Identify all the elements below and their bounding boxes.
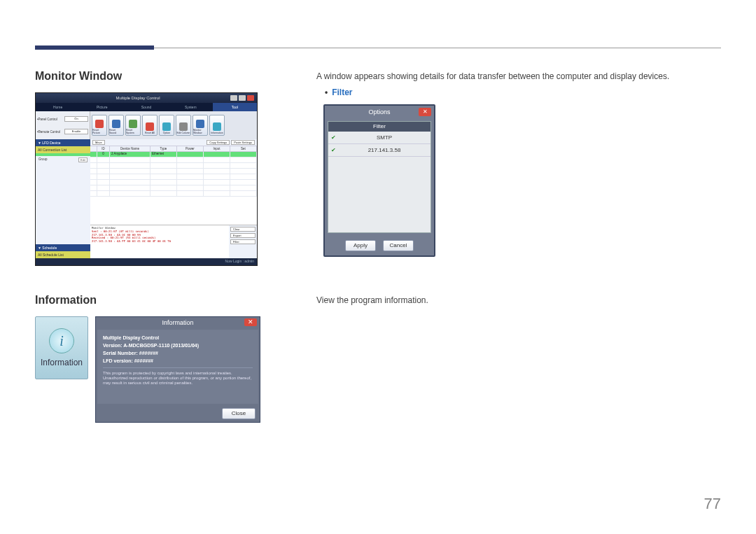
monitor-window-icon <box>196 120 204 128</box>
remote-control-combo[interactable]: Enable <box>64 129 88 134</box>
app-titlebar: Multiple Display Control <box>36 93 257 103</box>
sidebar-group-label: Group <box>38 157 48 162</box>
grid-row-empty <box>90 163 257 169</box>
move-button[interactable]: Move <box>92 140 105 145</box>
check-icon[interactable]: ✔ <box>328 134 338 141</box>
options-dialog: Options ✕ Filter ✔ SMTP ✔ 217.141.3.58 A… <box>323 104 435 257</box>
grid-row-empty <box>90 174 257 180</box>
options-subheader: Filter <box>328 122 430 132</box>
col-input: Input <box>204 146 230 151</box>
minimize-button[interactable] <box>230 95 237 101</box>
app-title: Multiple Display Control <box>46 96 230 100</box>
remote-control-label: •Remote Control <box>37 130 60 134</box>
information-heading: Information <box>35 294 273 307</box>
info-tile-label: Information <box>41 358 83 367</box>
col-type: Type <box>150 146 177 151</box>
information-dialog: Information ✕ Multiple Display Control V… <box>95 316 260 423</box>
toolbar-reset-picture-button[interactable]: Reset Picture <box>92 115 107 136</box>
check-icon[interactable]: ✔ <box>328 147 338 153</box>
information-icon <box>213 122 221 131</box>
app-screenshot: Multiple Display Control Home Picture So… <box>35 92 258 266</box>
grid-row-empty <box>90 191 257 197</box>
info-version: Version: A-MDCBGDSP-1110 (2013/01/04) <box>103 343 253 348</box>
information-tile[interactable]: i Information <box>35 316 88 379</box>
option-icon <box>162 122 171 131</box>
app-tabs: Home Picture Sound System Tool <box>36 103 257 111</box>
filter-bullet: •Filter <box>316 87 721 97</box>
toolbar-reset-system-button[interactable]: Reset System <box>125 115 141 136</box>
reset-picture-icon <box>95 120 104 128</box>
monitor-log: Monitor Window Sent : 00:21:97 (07 milli… <box>90 225 229 258</box>
paste-settings-button[interactable]: Paste Settings <box>231 140 255 145</box>
close-button[interactable] <box>247 95 254 101</box>
copy-settings-button[interactable]: Copy Settings <box>206 140 230 145</box>
info-dialog-title: Information <box>162 319 193 326</box>
export-button[interactable]: Export <box>230 233 255 238</box>
edit-column-icon <box>179 122 188 131</box>
grid-row-empty <box>90 157 257 163</box>
col-power: Power <box>177 146 204 151</box>
sidebar-schedule-header[interactable]: ▼ Schedule <box>36 244 90 251</box>
tab-home[interactable]: Home <box>36 103 80 111</box>
reset-sound-icon <box>112 120 120 128</box>
accent-bar <box>35 45 154 50</box>
toolbar-monitor-window-button[interactable]: Monitor Window <box>192 115 208 136</box>
grid-row-selected[interactable]: 0 2 Anyplace Ethernet <box>90 152 257 157</box>
toolbar-option-button[interactable]: Option <box>159 115 174 136</box>
reset-all-icon <box>146 122 154 131</box>
info-serial: Serial Number: ####### <box>103 351 253 356</box>
grid-row-empty <box>90 185 257 191</box>
monitor-window-heading: Monitor Window <box>35 70 273 83</box>
col-device-name: Device Name <box>110 146 150 151</box>
options-close-button[interactable]: ✕ <box>419 108 431 116</box>
info-icon: i <box>49 328 74 353</box>
tab-picture[interactable]: Picture <box>80 103 124 111</box>
monitor-window-desc: A window appears showing details for dat… <box>316 70 721 83</box>
panel-control-label: •Panel Control <box>37 118 57 121</box>
clear-button[interactable]: Clear <box>230 227 255 232</box>
toolbar-reset-sound-button[interactable]: Reset Sound <box>108 115 124 136</box>
grid-row-empty <box>90 169 257 174</box>
filter-button[interactable]: Filter <box>230 239 255 244</box>
toolbar-information-button[interactable]: Information <box>209 115 225 136</box>
app-toolbar: •Panel Control On •Remote Control Enable… <box>36 111 257 139</box>
cancel-button[interactable]: Cancel <box>383 240 414 251</box>
panel-control-combo[interactable]: On <box>64 116 88 122</box>
toolbar-reset-all-button[interactable]: Reset All <box>142 115 158 136</box>
info-lfd-version: LFD version: ####### <box>103 358 253 363</box>
app-sidebar: ▼ LFD Device All Connection List Group E… <box>36 139 90 258</box>
page-number: 77 <box>704 495 721 513</box>
col-id: ID <box>97 146 110 151</box>
information-desc: View the program information. <box>316 294 721 307</box>
filter-row-ip[interactable]: ✔ 217.141.3.58 <box>328 144 430 157</box>
toolbar-edit-column-button[interactable]: Edit Column <box>176 115 191 136</box>
sidebar-all-connection[interactable]: All Connection List <box>36 146 90 153</box>
tab-system[interactable]: System <box>169 103 213 111</box>
sidebar-all-schedule[interactable]: All Schedule List <box>36 251 90 258</box>
apply-button[interactable]: Apply <box>345 240 376 251</box>
status-bar: Now Login : admin <box>36 258 257 265</box>
tab-sound[interactable]: Sound <box>124 103 168 111</box>
sidebar-group-item[interactable]: Group Edit <box>36 156 90 164</box>
filter-row-smtp[interactable]: ✔ SMTP <box>328 132 430 144</box>
grid-row-empty <box>90 180 257 185</box>
sidebar-lfd-header[interactable]: ▼ LFD Device <box>36 139 90 146</box>
tab-tool[interactable]: Tool <box>213 103 257 111</box>
grid-header: ID Device Name Type Power Input Set <box>90 146 257 152</box>
sidebar-edit-button[interactable]: Edit <box>78 157 88 162</box>
reset-system-icon <box>129 120 137 128</box>
info-program-name: Multiple Display Control <box>103 335 253 340</box>
close-button[interactable]: Close <box>222 408 255 419</box>
info-close-button[interactable]: ✕ <box>244 318 257 326</box>
maximize-button[interactable] <box>239 95 246 101</box>
options-title: Options <box>368 108 390 115</box>
col-set: Set <box>230 146 257 151</box>
info-legal-text: This program is protected by copyright l… <box>103 367 253 386</box>
